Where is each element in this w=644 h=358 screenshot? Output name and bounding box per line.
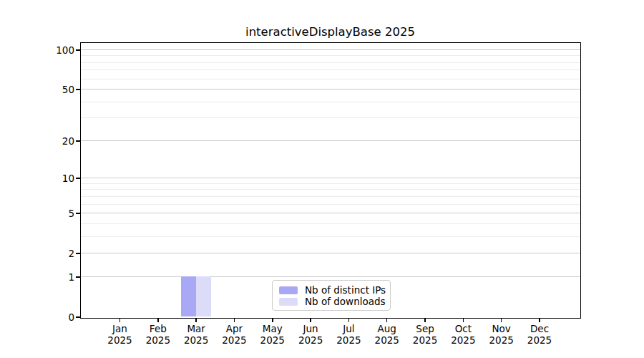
legend-row-downloads: Nb of downloads (279, 296, 384, 307)
gridline-major (81, 253, 580, 253)
y-tick-mark (76, 276, 80, 278)
x-tick-mark (157, 319, 159, 322)
y-tick-mark (76, 49, 80, 51)
x-tick-mark (424, 319, 426, 322)
x-tick-mark (348, 319, 350, 322)
gridline-minor (81, 102, 580, 102)
x-tick-mark (310, 319, 311, 322)
gridline-minor (81, 55, 580, 56)
y-tick-label: 1 (21, 271, 74, 284)
gridline-minor (81, 236, 580, 237)
gridline-minor (81, 196, 580, 197)
legend-swatch-downloads-icon (279, 298, 298, 306)
x-tick-mark (539, 319, 540, 322)
plot-area (80, 42, 581, 319)
x-tick-mark (272, 319, 273, 322)
gridline-minor (81, 189, 580, 190)
y-tick-label: 5 (21, 207, 74, 220)
gridline-major (81, 178, 580, 178)
chart-title: interactiveDisplayBase 2025 (81, 25, 580, 39)
gridline-major (81, 213, 580, 213)
gridline-minor (81, 117, 580, 118)
x-tick-mark (501, 319, 502, 322)
bar-distinct-ips (181, 276, 196, 316)
gridline-major (81, 49, 580, 50)
x-tick-year: 2025 (509, 334, 570, 346)
y-tick-label: 0 (21, 311, 74, 324)
y-tick-label: 2 (21, 247, 74, 260)
x-tick-mark (234, 319, 235, 322)
y-tick-label: 50 (21, 83, 74, 96)
x-tick-mark (463, 319, 464, 322)
y-tick-label: 20 (21, 135, 74, 147)
x-tick-month: Dec (509, 323, 570, 334)
bar-downloads (196, 276, 211, 316)
gridline-major (81, 276, 580, 277)
y-tick-mark (76, 316, 80, 318)
gridline-minor (81, 204, 580, 205)
y-tick-label: 10 (21, 172, 74, 185)
gridline-minor (81, 69, 580, 70)
gridline-minor (81, 223, 580, 224)
y-tick-mark (76, 140, 80, 142)
legend-row-distinct-ips: Nb of distinct IPs (279, 284, 384, 296)
legend-label-downloads: Nb of downloads (305, 296, 386, 307)
x-tick-mark (119, 319, 121, 322)
y-tick-mark (76, 89, 80, 90)
gridline-major (81, 140, 580, 141)
gridline-minor (81, 79, 580, 79)
y-tick-mark (76, 178, 80, 179)
gridline-minor (81, 183, 580, 184)
legend: Nb of distinct IPs Nb of downloads (272, 280, 391, 311)
legend-swatch-distinct-ips-icon (279, 286, 298, 294)
x-tick-label: Dec2025 (509, 323, 570, 346)
x-tick-mark (386, 319, 388, 322)
y-tick-label: 100 (21, 44, 74, 57)
figure: interactiveDisplayBase 2025 012510205010… (0, 0, 644, 358)
legend-label-distinct-ips: Nb of distinct IPs (305, 284, 386, 296)
gridline-major (81, 89, 580, 90)
y-tick-mark (76, 213, 80, 214)
x-tick-mark (195, 319, 197, 322)
y-tick-mark (76, 253, 80, 254)
gridline-minor (81, 62, 580, 63)
